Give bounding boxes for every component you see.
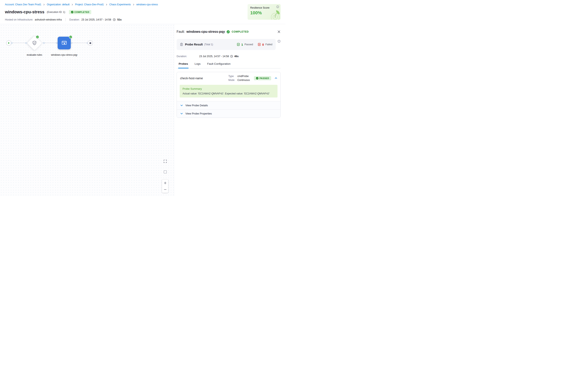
fullscreen-button[interactable]: [162, 158, 168, 164]
check-circle-icon: [227, 30, 230, 33]
zoom-out-button[interactable]: [162, 186, 168, 193]
page-header: Account: Chaos Dev Team Prod1 Organizati…: [0, 0, 286, 24]
probe-mode-value: Continuous: [237, 79, 250, 82]
resilience-score-card: Resilience Score 100%: [248, 4, 281, 20]
failed-clipboard-icon: [258, 43, 261, 46]
resilience-score-label: Resilience Score: [250, 6, 278, 9]
connector-port: [11, 42, 13, 44]
chevron-down-icon: [180, 112, 183, 115]
failed-count: 0: [262, 43, 264, 46]
infra-value: ashutosh-windows-infra: [35, 18, 62, 21]
probe-result-row: Probe Result (Total 1) 1 Passed 0 Failed: [177, 39, 281, 50]
probe-result-title: Probe Result: [185, 43, 203, 46]
duration-value: 23 Jul 2025, 14:57 - 14:58: [81, 18, 111, 21]
probe-type-label: Type: [228, 75, 234, 78]
probe-result-total: (Total 1): [204, 43, 213, 46]
execution-meta: Hosted on Infrastructure: ashutosh-windo…: [5, 18, 122, 21]
fault-header: Fault: windows-cpu-stress-pqy COMPLETED: [177, 30, 281, 34]
view-probe-properties-row[interactable]: View Probe Properties: [177, 109, 280, 118]
shield-check-icon: [27, 35, 42, 51]
clipboard-icon: [180, 43, 183, 46]
fault-node-icon: [61, 40, 67, 46]
breadcrumb-current-link[interactable]: windows-cpu-stress: [136, 3, 158, 6]
fault-duration-text: 23 Jul 2025, 14:57 - 14:58: [199, 55, 229, 58]
pipeline-canvas[interactable]: evaluate-rules windows-cpu-stress-pqy: [0, 24, 174, 196]
node-evaluate-rules[interactable]: [27, 35, 42, 51]
node-windows-cpu-stress-pqy[interactable]: [58, 37, 71, 49]
zoom-in-button[interactable]: [162, 180, 168, 186]
clock-icon: [113, 18, 116, 21]
probe-meta: Type cmdProbe Mode Continuous: [228, 75, 250, 82]
node-label-evaluate-rules: evaluate-rules: [21, 53, 48, 57]
probe-summary-box: Probe Summary Actual value: 'EC2AMAZ-QMV…: [180, 85, 277, 98]
breadcrumb-account-link[interactable]: Account: Chaos Dev Team Prod1: [5, 3, 41, 6]
probe-result-summary: Probe Result (Total 1) 1 Passed 0 Failed: [177, 39, 276, 50]
chevron-down-icon: [180, 104, 183, 107]
tab-logs[interactable]: Logs: [194, 62, 201, 69]
fault-label: Fault:: [177, 30, 185, 34]
probe-summary-text: Actual value: 'EC2AMAZ-QMVAF4J'. Expecte…: [182, 92, 275, 95]
breadcrumb-project-link[interactable]: Project: Chaos-Dev-Prod1: [75, 3, 104, 6]
passed-label: Passed: [244, 43, 253, 46]
chevron-right-icon: [71, 4, 73, 6]
probe-name: check-host-name: [180, 77, 228, 80]
view-probe-properties-label: View Probe Properties: [185, 112, 212, 115]
fault-status: COMPLETED: [232, 30, 249, 33]
probe-summary-title: Probe Summary: [182, 87, 275, 90]
check-circle-icon: [71, 11, 74, 13]
close-panel-button[interactable]: [277, 30, 281, 33]
breadcrumb-org-link[interactable]: Organization: default: [47, 3, 70, 6]
success-check-badge: [36, 35, 39, 39]
duration-label: Duration:: [69, 18, 80, 21]
chevron-right-icon: [43, 4, 45, 6]
infra-label: Hosted on Infrastructure:: [5, 18, 33, 21]
play-icon: [8, 42, 10, 44]
connector-port: [71, 42, 72, 44]
probe-result-counts: 1 Passed 0 Failed: [237, 43, 272, 46]
zoom-controls: [162, 180, 168, 193]
page-title: windows-cpu-stress: [5, 10, 44, 14]
selection-box-button[interactable]: [162, 169, 168, 175]
check-circle-icon: [256, 77, 258, 80]
probe-type-value: cmdProbe: [237, 75, 250, 78]
execution-id: (Execution ID: 1): [47, 11, 65, 14]
passed-clipboard-icon: [237, 43, 240, 46]
fault-name: windows-cpu-stress-pqy: [186, 30, 225, 34]
fault-duration-label: Duration:: [177, 55, 199, 58]
view-probe-details-label: View Probe Details: [185, 104, 208, 107]
clock-icon: [230, 55, 233, 58]
failed-label: Failed: [265, 43, 272, 46]
stop-icon: [90, 42, 91, 44]
fault-duration-row: Duration: 23 Jul 2025, 14:57 - 14:58 46s: [177, 55, 281, 58]
pipeline-stop-node[interactable]: [88, 40, 93, 46]
chevron-up-icon[interactable]: [274, 77, 277, 80]
info-icon[interactable]: [276, 5, 279, 8]
canvas-controls: [162, 158, 168, 193]
status-badge: COMPLETED: [69, 10, 91, 14]
chevron-right-icon: [133, 4, 135, 6]
success-check-badge: [69, 35, 72, 39]
breadcrumb-experiments-link[interactable]: Chaos Experiments: [109, 3, 131, 6]
pipeline-edge: [71, 43, 88, 43]
probe-status-badge: PASSED: [254, 76, 271, 80]
tab-fault-configuration[interactable]: Fault Configuration: [207, 62, 231, 69]
pipeline-edge: [12, 43, 27, 43]
tab-probes[interactable]: Probes: [178, 62, 188, 69]
connector-port: [56, 42, 58, 44]
probe-card-header: check-host-name Type cmdProbe Mode Conti…: [177, 72, 280, 84]
panel-tabs: Probes Logs Fault Configuration: [177, 62, 281, 69]
probe-card: check-host-name Type cmdProbe Mode Conti…: [177, 72, 281, 118]
fault-duration-value: 23 Jul 2025, 14:57 - 14:58 46s: [199, 55, 239, 58]
node-label-windows-cpu-stress: windows-cpu-stress-pqy: [51, 53, 77, 57]
title-row: windows-cpu-stress (Execution ID: 1) COM…: [5, 10, 91, 14]
connector-port: [43, 42, 45, 44]
status-badge-label: COMPLETED: [75, 11, 90, 13]
leaf-target-graphic: [267, 9, 280, 20]
probe-status-label: PASSED: [259, 77, 269, 80]
passed-count: 1: [241, 43, 243, 46]
view-probe-details-row[interactable]: View Probe Details: [177, 101, 280, 109]
fault-details-panel: Fault: windows-cpu-stress-pqy COMPLETED …: [174, 24, 286, 196]
info-icon[interactable]: [277, 40, 281, 43]
probe-mode-label: Mode: [228, 79, 234, 82]
meta-divider: [65, 18, 66, 21]
